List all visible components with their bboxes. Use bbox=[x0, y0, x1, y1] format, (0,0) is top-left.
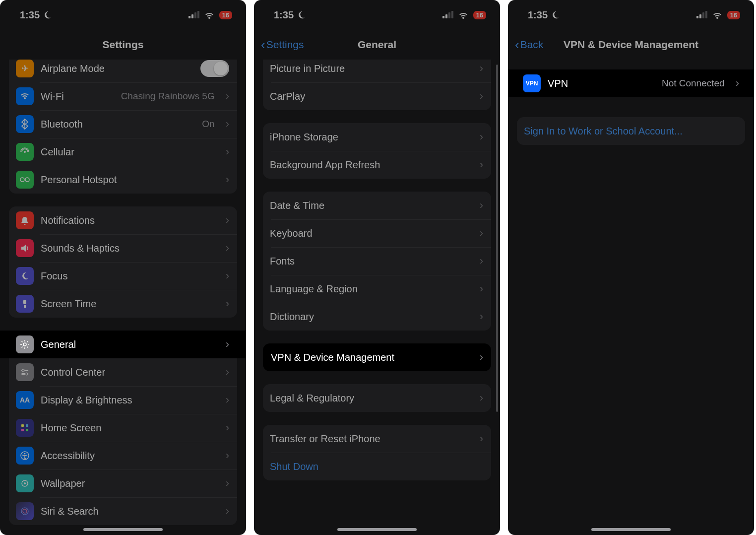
row-value: Not Connected bbox=[662, 78, 725, 89]
back-button[interactable]: ‹ Back bbox=[515, 38, 543, 51]
battery-percentage: 16 bbox=[219, 11, 232, 19]
row-label: Transfer or Reset iPhone bbox=[270, 433, 469, 445]
page-title: Settings bbox=[103, 39, 144, 51]
chevron-right-icon: › bbox=[480, 131, 483, 143]
svg-point-2 bbox=[25, 178, 29, 182]
chevron-right-icon: › bbox=[226, 242, 229, 255]
chevron-right-icon: › bbox=[480, 62, 483, 75]
row-label: Wi-Fi bbox=[41, 91, 114, 102]
nav-bar: Settings bbox=[0, 30, 246, 60]
back-button[interactable]: ‹ Settings bbox=[261, 38, 304, 51]
chevron-right-icon: › bbox=[226, 421, 229, 434]
gear-icon bbox=[16, 335, 34, 353]
chevron-right-icon: › bbox=[480, 227, 483, 240]
row-picture-in-picture[interactable]: Picture in Picture › bbox=[263, 60, 491, 82]
notifications-icon bbox=[16, 211, 34, 229]
chevron-right-icon: › bbox=[226, 338, 229, 351]
chevron-right-icon: › bbox=[226, 118, 229, 131]
chevron-right-icon: › bbox=[480, 282, 483, 295]
row-focus[interactable]: Focus › bbox=[9, 262, 237, 290]
general-list[interactable]: Picture in Picture › CarPlay › iPhone St… bbox=[254, 60, 500, 535]
row-fonts[interactable]: Fonts › bbox=[263, 247, 491, 275]
row-general[interactable]: General › bbox=[0, 331, 246, 358]
home-indicator[interactable] bbox=[591, 528, 671, 531]
settings-list[interactable]: ✈ Airplane Mode Wi-Fi Chasing Rainbows 5… bbox=[0, 60, 246, 535]
chevron-right-icon: › bbox=[480, 310, 483, 323]
do-not-disturb-icon bbox=[551, 10, 560, 19]
home-screen-icon bbox=[16, 419, 34, 437]
row-control-center[interactable]: Control Center › bbox=[9, 358, 237, 386]
row-accessibility[interactable]: Accessibility › bbox=[9, 442, 237, 469]
home-indicator[interactable] bbox=[83, 528, 163, 531]
vpn-device-management-screen: 1:35 16 ‹ Back VPN & Device Management bbox=[508, 0, 754, 535]
general-screen: 1:35 16 ‹ Settings General Picture in Pi… bbox=[254, 0, 500, 535]
screen-time-icon bbox=[16, 295, 34, 313]
row-label: Personal Hotspot bbox=[41, 174, 215, 186]
row-vpn-device-management[interactable]: VPN & Device Management › bbox=[263, 343, 491, 371]
row-vpn[interactable]: VPN VPN Not Connected › bbox=[508, 69, 754, 97]
wallpaper-icon bbox=[16, 474, 34, 492]
scroll-indicator[interactable] bbox=[496, 65, 498, 412]
svg-rect-13 bbox=[26, 429, 28, 431]
row-notifications[interactable]: Notifications › bbox=[9, 206, 237, 234]
status-time: 1:35 bbox=[274, 9, 294, 21]
row-label: Control Center bbox=[41, 367, 215, 378]
row-date-time[interactable]: Date & Time › bbox=[263, 192, 491, 219]
row-label: Picture in Picture bbox=[270, 63, 469, 74]
row-background-app-refresh[interactable]: Background App Refresh › bbox=[263, 151, 491, 179]
nav-bar: ‹ Back VPN & Device Management bbox=[508, 30, 754, 60]
chevron-right-icon: › bbox=[480, 158, 483, 171]
home-indicator[interactable] bbox=[337, 528, 417, 531]
airplane-icon: ✈ bbox=[16, 60, 34, 77]
row-sounds-haptics[interactable]: Sounds & Haptics › bbox=[9, 234, 237, 262]
row-shut-down[interactable]: Shut Down bbox=[263, 453, 491, 480]
row-cellular[interactable]: Cellular › bbox=[9, 138, 237, 166]
row-wallpaper[interactable]: Wallpaper › bbox=[9, 469, 237, 497]
settings-screen: 1:35 16 Settings ✈ Airplane Mode bbox=[0, 0, 246, 535]
chevron-right-icon: › bbox=[226, 394, 229, 406]
airplane-toggle[interactable] bbox=[200, 60, 229, 77]
row-airplane-mode[interactable]: ✈ Airplane Mode bbox=[9, 60, 237, 82]
chevron-right-icon: › bbox=[226, 297, 229, 310]
row-sign-in-work-school[interactable]: Sign In to Work or School Account... bbox=[517, 117, 745, 145]
chevron-right-icon: › bbox=[226, 477, 229, 490]
battery-percentage: 16 bbox=[473, 11, 486, 19]
chevron-right-icon: › bbox=[226, 366, 229, 379]
row-carplay[interactable]: CarPlay › bbox=[263, 82, 491, 110]
cellular-signal-icon bbox=[189, 11, 199, 18]
row-keyboard[interactable]: Keyboard › bbox=[263, 219, 491, 247]
row-label: Background App Refresh bbox=[270, 159, 469, 171]
focus-icon bbox=[16, 267, 34, 285]
chevron-left-icon: ‹ bbox=[515, 38, 519, 51]
status-time: 1:35 bbox=[20, 9, 40, 21]
cellular-signal-icon bbox=[442, 11, 453, 18]
row-screen-time[interactable]: Screen Time › bbox=[9, 290, 237, 318]
row-transfer-reset[interactable]: Transfer or Reset iPhone › bbox=[263, 425, 491, 453]
row-iphone-storage[interactable]: iPhone Storage › bbox=[263, 123, 491, 151]
row-wifi[interactable]: Wi-Fi Chasing Rainbows 5G › bbox=[9, 82, 237, 110]
vpn-icon-label: VPN bbox=[526, 80, 538, 87]
row-bluetooth[interactable]: Bluetooth On › bbox=[9, 110, 237, 138]
row-legal-regulatory[interactable]: Legal & Regulatory › bbox=[263, 384, 491, 412]
status-bar: 1:35 16 bbox=[508, 0, 754, 30]
row-dictionary[interactable]: Dictionary › bbox=[263, 303, 491, 331]
back-label: Settings bbox=[266, 39, 304, 51]
row-personal-hotspot[interactable]: Personal Hotspot › bbox=[9, 166, 237, 194]
row-home-screen[interactable]: Home Screen › bbox=[9, 414, 237, 442]
chevron-right-icon: › bbox=[226, 145, 229, 158]
vpn-list[interactable]: VPN VPN Not Connected › Sign In to Work … bbox=[508, 60, 754, 535]
row-label: Sounds & Haptics bbox=[41, 243, 215, 254]
row-label: Language & Region bbox=[270, 283, 469, 295]
row-language-region[interactable]: Language & Region › bbox=[263, 275, 491, 303]
row-label: Bluetooth bbox=[41, 119, 195, 130]
row-display-brightness[interactable]: AA Display & Brightness › bbox=[9, 386, 237, 414]
chevron-right-icon: › bbox=[226, 269, 229, 282]
siri-icon bbox=[16, 502, 34, 520]
hotspot-icon bbox=[16, 171, 34, 189]
page-title: VPN & Device Management bbox=[564, 39, 698, 51]
do-not-disturb-icon bbox=[43, 10, 52, 19]
display-icon: AA bbox=[16, 391, 34, 409]
row-label: Dictionary bbox=[270, 311, 469, 323]
row-siri-search[interactable]: Siri & Search › bbox=[9, 497, 237, 525]
row-label: Date & Time bbox=[270, 200, 469, 211]
